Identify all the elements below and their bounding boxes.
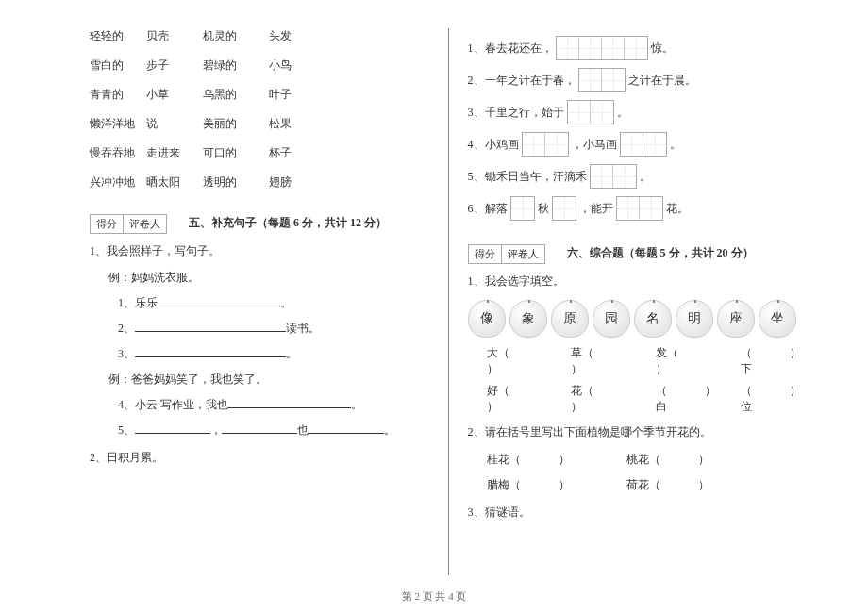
- blank-suffix: 读书。: [286, 322, 320, 335]
- plant-end: ）: [559, 478, 570, 491]
- fill-text: 秋: [538, 201, 549, 217]
- word: 兴冲冲地: [90, 174, 146, 191]
- word: 晒太阳: [146, 174, 203, 191]
- fill-6[interactable]: 6、解落 秋 ，能开 花。: [468, 196, 808, 221]
- q6-2-prompt: 2、请在括号里写出下面植物是哪个季节开花的。: [468, 422, 808, 443]
- word: 步子: [146, 58, 203, 74]
- q1-prompt: 1、我会照样子，写句子。: [90, 241, 429, 262]
- word: 杯子: [269, 145, 326, 161]
- blank-prefix: 3、: [118, 347, 135, 360]
- char-grid[interactable]: [578, 68, 626, 92]
- q6-3-prompt: 3、猜谜语。: [468, 503, 808, 523]
- fill-text: ，小马画: [572, 137, 617, 153]
- fill-text: 花。: [666, 201, 689, 217]
- apple-choice: 座: [717, 300, 755, 338]
- apple-choice: 像: [468, 300, 506, 338]
- choice: （: [741, 384, 752, 397]
- plant-row-2[interactable]: 腊梅（） 荷花（）: [487, 477, 808, 493]
- char-grid[interactable]: [620, 132, 667, 157]
- fill-3[interactable]: 3、千里之行，始于 。: [468, 100, 808, 124]
- word: 可口的: [203, 145, 269, 161]
- choice: 花（: [571, 384, 593, 397]
- blank-prefix: 2、: [118, 322, 135, 335]
- blank-4[interactable]: 4、小云 写作业，我也。: [118, 397, 429, 413]
- char-grid[interactable]: [556, 36, 648, 60]
- word: 说: [146, 116, 203, 132]
- grader-label: 评卷人: [502, 245, 544, 263]
- plant: 荷花（: [626, 478, 660, 491]
- word: 青青的: [90, 87, 146, 103]
- blank-prefix: 5、: [118, 423, 135, 437]
- blank-suffix: 。: [286, 347, 297, 360]
- choice-end: ）: [571, 362, 582, 375]
- word: 慢吞吞地: [90, 145, 146, 161]
- blank-prefix: 4、小云 写作业，我也: [118, 398, 228, 411]
- fill-text: 。: [617, 105, 628, 121]
- word: 美丽的: [203, 116, 269, 132]
- word: 透明的: [203, 174, 269, 191]
- word: 碧绿的: [203, 58, 269, 74]
- page-footer: 第 2 页 共 4 页: [0, 585, 868, 608]
- choice: （: [741, 346, 752, 359]
- score-label: 得分: [469, 245, 502, 263]
- blank-2[interactable]: 2、读书。: [118, 321, 429, 337]
- apple-choice: 名: [634, 300, 672, 338]
- blank-prefix: 1、乐乐: [118, 296, 158, 309]
- char-grid[interactable]: [590, 164, 637, 189]
- fill-text: 2、一年之计在于春，: [468, 73, 576, 89]
- plant-end: ）: [559, 453, 570, 466]
- word: 走进来: [146, 145, 203, 161]
- fill-1[interactable]: 1、春去花还在， 惊。: [468, 36, 808, 60]
- plant: 桃花（: [626, 453, 660, 466]
- choice-end: ）: [487, 362, 498, 375]
- blank-1[interactable]: 1、乐乐。: [118, 295, 429, 311]
- apple-choice: 园: [593, 300, 630, 338]
- choice-row-1[interactable]: 大（） 草（） 发（） （）下: [487, 345, 808, 377]
- choice-end: ）: [656, 362, 667, 375]
- blank-5[interactable]: 5、，也。: [118, 422, 429, 439]
- choice-row-2[interactable]: 好（） 花（） （）白 （）位: [487, 383, 808, 415]
- plant: 桂花（: [487, 453, 521, 466]
- apple-choice: 象: [509, 300, 547, 338]
- apple-choice: 坐: [759, 300, 796, 338]
- choice: 好（: [487, 384, 509, 397]
- word: 贝壳: [146, 28, 203, 44]
- blank-3[interactable]: 3、。: [118, 346, 429, 362]
- fill-text: 6、解落: [468, 201, 508, 217]
- score-box: 得分 评卷人: [468, 244, 545, 264]
- apple-choice: 原: [551, 300, 589, 338]
- fill-4[interactable]: 4、小鸡画 ，小马画 。: [468, 132, 808, 157]
- choice: 草（: [571, 346, 593, 359]
- fill-2[interactable]: 2、一年之计在于春， 之计在于晨。: [468, 68, 808, 92]
- column-divider: [448, 28, 449, 575]
- char-grid[interactable]: [567, 100, 614, 124]
- blank-suffix: 。: [280, 296, 292, 309]
- fill-text: 4、小鸡画: [468, 137, 519, 153]
- fill-text: 5、锄禾日当午，汗滴禾: [468, 169, 587, 185]
- word: 翅膀: [269, 174, 326, 191]
- fill-text: 1、春去花还在，: [468, 41, 553, 57]
- word: 轻轻的: [90, 28, 146, 44]
- plant-end: ）: [698, 478, 709, 491]
- char-grid[interactable]: [616, 196, 663, 221]
- example-2: 例：爸爸妈妈笑了，我也笑了。: [108, 372, 429, 388]
- word: 小草: [146, 87, 203, 103]
- word: 松果: [269, 116, 326, 132]
- fill-5[interactable]: 5、锄禾日当午，汗滴禾 。: [468, 164, 808, 189]
- blank-also: 也: [297, 423, 309, 437]
- section-5-title: 五、补充句子（每题 6 分，共计 12 分）: [189, 216, 387, 229]
- section-6-title: 六、综合题（每题 5 分，共计 20 分）: [567, 246, 754, 259]
- plant: 腊梅（: [487, 478, 521, 491]
- apple-choices: 像 象 原 园 名 明 座 坐: [468, 300, 808, 338]
- choice: （: [656, 384, 667, 397]
- char-grid[interactable]: [552, 196, 576, 221]
- word: 头发: [269, 28, 326, 44]
- right-column: 1、春去花还在， 惊。 2、一年之计在于春， 之计在于晨。 3、千里之行，始于 …: [454, 28, 822, 575]
- plant-end: ）: [698, 453, 709, 466]
- choice-end: ）: [571, 400, 582, 413]
- word: 机灵的: [203, 28, 269, 44]
- char-grid[interactable]: [522, 132, 569, 157]
- score-label: 得分: [91, 215, 124, 233]
- char-grid[interactable]: [510, 196, 535, 221]
- plant-row-1[interactable]: 桂花（） 桃花（）: [487, 452, 808, 468]
